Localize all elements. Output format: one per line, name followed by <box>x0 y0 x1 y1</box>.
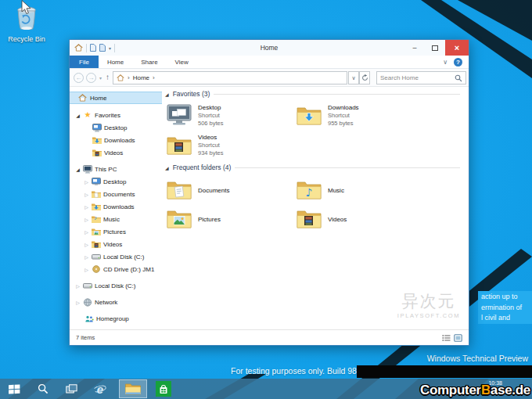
task-view-button[interactable] <box>57 379 86 399</box>
expand-arrow-icon[interactable]: ▷ <box>84 179 89 185</box>
nav-item-pc-downloads[interactable]: ▷ Downloads <box>70 200 162 213</box>
help-icon[interactable]: ? <box>454 58 462 66</box>
nav-item-favorites[interactable]: ◢ ★ Favorites <box>70 109 162 121</box>
nav-item-downloads[interactable]: Downloads <box>70 134 162 146</box>
nav-item-homegroup[interactable]: Homegroup <box>70 312 162 325</box>
search-box[interactable] <box>376 71 466 84</box>
windows-logo-icon <box>9 384 20 394</box>
expand-arrow-icon[interactable]: ▷ <box>75 300 81 305</box>
nav-item-pc-music[interactable]: ▷ ♪ Music <box>70 213 162 225</box>
item-name: Downloads <box>328 104 359 112</box>
tab-home[interactable]: Home <box>99 56 132 68</box>
collapse-arrow-icon[interactable]: ◢ <box>75 113 81 118</box>
nav-item-local-disk[interactable]: ▷ Local Disk (C:) <box>70 279 162 292</box>
file-item-desktop[interactable]: Desktop Shortcut 506 bytes <box>167 104 284 129</box>
recent-locations-dropdown-icon[interactable]: ▾ <box>99 75 102 81</box>
file-item-downloads[interactable]: Downloads Shortcut 955 bytes <box>297 104 414 129</box>
svg-text:♪: ♪ <box>306 186 313 199</box>
breadcrumb-separator-icon[interactable]: › <box>153 74 155 81</box>
internet-explorer-button[interactable]: e <box>86 379 114 399</box>
nav-item-pc-cd-drive[interactable]: ▷ CD Drive (D:) JM1 <box>70 263 162 275</box>
tab-view[interactable]: View <box>167 56 197 68</box>
pictures-folder-icon <box>167 207 192 232</box>
hard-disk-icon <box>92 253 101 261</box>
address-bar[interactable]: › Home › <box>113 71 347 84</box>
group-header-frequent-folders[interactable]: ◢ Frequent folders (4) <box>165 164 460 171</box>
thumbnail-view-icon[interactable] <box>454 334 462 342</box>
recycle-bin-label: Recycle Bin <box>3 35 50 43</box>
home-icon <box>117 74 124 81</box>
nav-item-pc-local-disk[interactable]: ▷ Local Disk (C:) <box>70 250 162 263</box>
folder-item-videos[interactable]: Videos <box>297 207 414 232</box>
store-button[interactable] <box>150 379 177 399</box>
hard-disk-icon <box>83 282 92 290</box>
videos-folder-icon <box>92 149 102 157</box>
expand-arrow-icon[interactable]: ▷ <box>84 267 89 272</box>
expand-arrow-icon[interactable]: ▷ <box>84 242 89 247</box>
folder-item-music[interactable]: ♪ Music <box>297 178 414 203</box>
nav-item-pc-documents[interactable]: ▷ Documents <box>70 188 162 200</box>
status-bar: 7 items <box>70 329 469 345</box>
nav-label: Homegroup <box>96 315 129 322</box>
expand-arrow-icon[interactable]: ▷ <box>84 204 89 210</box>
tab-file[interactable]: File <box>70 56 99 68</box>
videos-folder-icon <box>167 134 192 159</box>
group-collapse-icon[interactable]: ◢ <box>165 92 169 97</box>
close-button[interactable]: × <box>445 40 469 56</box>
group-collapse-icon[interactable]: ◢ <box>165 165 169 171</box>
forward-button[interactable]: → <box>86 73 96 83</box>
nav-item-pc-pictures[interactable]: ▷ Pictures <box>70 225 162 238</box>
nav-item-home[interactable]: Home <box>70 92 162 104</box>
mouse-cursor-icon <box>21 0 31 15</box>
quick-access-toolbar: ▾ <box>70 44 115 52</box>
expand-arrow-icon[interactable]: ▷ <box>75 283 81 289</box>
logo-text: ase.de <box>491 383 530 397</box>
desktop: Recycle Bin action up to ermination of l… <box>0 0 532 399</box>
nav-label: Desktop <box>104 124 127 131</box>
photo-watermark-title: 异次元 <box>385 292 473 311</box>
eula-line: l civil and <box>481 313 532 324</box>
expand-arrow-icon[interactable]: ▷ <box>84 229 89 235</box>
nav-item-network[interactable]: ▷ Network <box>70 296 162 308</box>
properties-icon[interactable] <box>90 44 96 52</box>
taskbar-search-button[interactable] <box>28 379 57 399</box>
up-button[interactable]: ↑ <box>106 73 110 81</box>
new-folder-icon[interactable] <box>99 44 106 52</box>
windows-preview-watermark: Windows Technical Preview <box>427 354 528 363</box>
nav-item-this-pc[interactable]: ◢ This PC <box>70 163 162 175</box>
minimize-button[interactable]: – <box>404 40 425 56</box>
expand-arrow-icon[interactable]: ▷ <box>84 254 89 260</box>
group-title: Favorites (3) <box>173 90 210 98</box>
expand-ribbon-icon[interactable]: ∨ <box>443 59 448 66</box>
expand-arrow-icon[interactable]: ▷ <box>84 217 89 222</box>
file-item-videos[interactable]: Videos Shortcut 934 bytes <box>167 134 284 159</box>
search-icon <box>38 383 49 394</box>
nav-item-pc-desktop[interactable]: ▷ Desktop <box>70 175 162 188</box>
folder-item-pictures[interactable]: Pictures <box>167 207 284 232</box>
nav-item-pc-videos[interactable]: ▷ Videos <box>70 238 162 250</box>
previous-locations-dropdown-icon[interactable]: ∨ <box>348 71 359 84</box>
nav-item-videos[interactable]: Videos <box>70 146 162 159</box>
tab-share[interactable]: Share <box>132 56 166 68</box>
separator <box>114 44 115 52</box>
nav-label: Videos <box>104 149 123 156</box>
downloads-folder-icon <box>92 136 102 145</box>
refresh-button[interactable] <box>359 71 370 84</box>
back-button[interactable]: ← <box>74 73 84 83</box>
search-icon[interactable] <box>455 74 462 82</box>
search-input[interactable] <box>380 74 455 81</box>
nav-label: Local Disk (C:) <box>95 282 135 289</box>
maximize-button[interactable] <box>425 40 445 56</box>
expand-arrow-icon[interactable]: ▷ <box>84 192 89 197</box>
group-header-favorites[interactable]: ◢ Favorites (3) <box>165 90 460 98</box>
start-button[interactable] <box>0 379 28 399</box>
details-view-icon[interactable] <box>442 334 451 342</box>
folder-item-documents[interactable]: Documents <box>167 178 284 203</box>
eula-line: ermination of <box>481 303 532 314</box>
nav-item-desktop[interactable]: Desktop <box>70 121 162 134</box>
file-explorer-button-active[interactable] <box>119 379 147 398</box>
customize-toolbar-dropdown-icon[interactable]: ▾ <box>109 45 111 51</box>
breadcrumb[interactable]: Home <box>133 74 149 81</box>
collapse-arrow-icon[interactable]: ◢ <box>75 167 81 172</box>
title-bar[interactable]: Home ▾ – × <box>70 40 469 56</box>
